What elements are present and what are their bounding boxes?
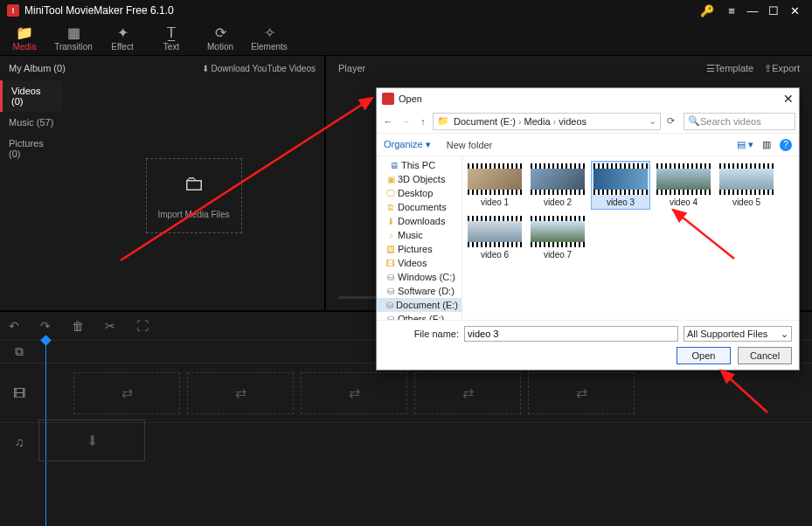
tree-node[interactable]: ♪Music: [377, 228, 462, 242]
tree-node[interactable]: ⛁Software (D:): [377, 284, 462, 298]
timeline-slot[interactable]: ⇄: [187, 372, 294, 414]
tab-transition[interactable]: ▦Transition: [49, 21, 98, 55]
redo-button[interactable]: ↷: [40, 319, 51, 333]
search-input[interactable]: 🔍 Search videos: [684, 113, 795, 130]
audio-lane[interactable]: [38, 423, 812, 460]
file-thumb[interactable]: video 7: [529, 214, 586, 261]
file-thumb[interactable]: video 2: [529, 162, 586, 209]
breadcrumb[interactable]: 📁 Document (E:)› Media› videos ⌄: [433, 113, 661, 130]
app-title: MiniTool MovieMaker Free 6.1.0: [24, 4, 697, 17]
tab-media[interactable]: 📁Media: [0, 21, 49, 55]
timeline-slot[interactable]: ⇄: [414, 372, 521, 414]
maximize-button[interactable]: ☐: [763, 4, 784, 17]
transition-icon: ▦: [67, 24, 80, 41]
menu-icon[interactable]: ≡: [721, 4, 742, 17]
overlay-lane-icon: ⧉: [0, 341, 38, 363]
nav-fwd-button[interactable]: →: [398, 116, 413, 127]
tree-node[interactable]: ⛁Others (F:): [377, 312, 462, 320]
tab-text[interactable]: T̲Text: [147, 21, 196, 55]
tree-node[interactable]: 🖵Desktop: [377, 186, 462, 200]
filename-label: File name:: [384, 329, 459, 339]
view-menu[interactable]: ▤ ▾: [737, 139, 753, 150]
delete-button[interactable]: 🗑: [72, 319, 84, 333]
dialog-close-button[interactable]: ✕: [783, 92, 794, 106]
sidebar-item-music[interactable]: Music (57): [0, 112, 63, 133]
file-thumb[interactable]: video 4: [655, 162, 712, 209]
album-header: My Album (0) Download YouTube Videos: [0, 56, 324, 80]
undo-button[interactable]: ↶: [9, 319, 19, 333]
tab-motion[interactable]: ⟳Motion: [196, 21, 245, 55]
file-list[interactable]: video 1video 2video 3video 4video 5video…: [462, 156, 799, 320]
video-lane-icon: 🎞: [0, 363, 38, 422]
timeline-slot[interactable]: ⇄: [301, 372, 407, 414]
minimize-button[interactable]: —: [742, 4, 763, 17]
tree-node[interactable]: ⬇Downloads: [377, 214, 462, 228]
tree-node[interactable]: 🎞Videos: [377, 256, 462, 270]
new-folder-button[interactable]: New folder: [447, 140, 493, 150]
tab-elements[interactable]: ✧Elements: [245, 21, 294, 55]
main-toolbar: 📁Media ▦Transition ✦Effect T̲Text ⟳Motio…: [0, 21, 812, 56]
tree-node[interactable]: ▣3D Objects: [377, 172, 462, 186]
tree-node[interactable]: ⛁Document (E:): [377, 298, 462, 312]
filetype-filter[interactable]: All Supported Files⌄: [684, 326, 792, 342]
folder-icon: 📁: [437, 115, 449, 127]
audio-lane-icon: ♫: [0, 423, 38, 460]
elements-icon: ✧: [264, 24, 275, 41]
open-button[interactable]: Open: [677, 347, 731, 364]
download-youtube-link[interactable]: Download YouTube Videos: [202, 64, 316, 73]
tab-effect[interactable]: ✦Effect: [98, 21, 147, 55]
cancel-button[interactable]: Cancel: [738, 347, 792, 364]
import-label: Import Media Files: [157, 210, 229, 219]
sidebar-item-pictures[interactable]: Pictures (0): [0, 133, 63, 164]
player-title: Player: [338, 63, 365, 73]
tree-node[interactable]: 🗎Documents: [377, 200, 462, 214]
license-key-icon[interactable]: 🔑: [697, 4, 718, 17]
app-logo: !: [7, 4, 19, 17]
album-title: My Album (0): [9, 63, 66, 73]
sidebar-item-videos[interactable]: Videos (0): [0, 80, 63, 112]
crop-button[interactable]: ⛶: [136, 319, 149, 333]
text-icon: T̲: [167, 24, 176, 41]
folder-tree[interactable]: 🖥This PC▣3D Objects🖵Desktop🗎Documents⬇Do…: [377, 156, 462, 320]
folder-icon: 📁: [16, 24, 33, 41]
media-panel: My Album (0) Download YouTube Videos Vid…: [0, 56, 326, 310]
help-button[interactable]: ?: [780, 139, 792, 151]
dialog-logo: [382, 93, 394, 105]
cut-button[interactable]: ✂: [105, 319, 115, 333]
preview-pane-button[interactable]: ▥: [762, 139, 771, 150]
file-thumb[interactable]: video 5: [718, 162, 775, 209]
refresh-button[interactable]: ⟳: [663, 115, 678, 127]
video-lane[interactable]: ⬇ ⇄ ⇄ ⇄ ⇄ ⇄: [38, 363, 812, 422]
import-media-button[interactable]: 🗀 Import Media Files: [146, 158, 242, 233]
folder-icon: 🗀: [184, 171, 205, 196]
tree-node[interactable]: 🖥This PC: [377, 158, 462, 172]
organize-menu[interactable]: Organize: [384, 139, 431, 150]
dialog-title: Open: [399, 93, 422, 104]
nav-up-button[interactable]: ↑: [415, 116, 431, 127]
nav-back-button[interactable]: ←: [380, 116, 396, 127]
titlebar: ! MiniTool MovieMaker Free 6.1.0 🔑 ≡ — ☐…: [0, 0, 812, 21]
tree-node[interactable]: 🖼Pictures: [377, 242, 462, 256]
file-thumb[interactable]: video 6: [466, 214, 524, 261]
close-button[interactable]: ✕: [784, 4, 805, 17]
timeline-slot[interactable]: ⇄: [528, 372, 635, 414]
export-button[interactable]: ⇪ Export: [764, 63, 800, 74]
open-dialog: Open ✕ ← → ↑ 📁 Document (E:)› Media› vid…: [376, 87, 800, 370]
filename-input[interactable]: [464, 326, 678, 342]
file-thumb[interactable]: video 1: [466, 162, 524, 209]
timeline-slot[interactable]: ⇄: [73, 372, 180, 414]
tree-node[interactable]: ⛁Windows (C:): [377, 270, 462, 284]
file-thumb[interactable]: video 3: [592, 162, 649, 209]
template-button[interactable]: ☰ Template: [706, 63, 754, 74]
effect-icon: ✦: [117, 24, 128, 41]
motion-icon: ⟳: [215, 24, 226, 41]
